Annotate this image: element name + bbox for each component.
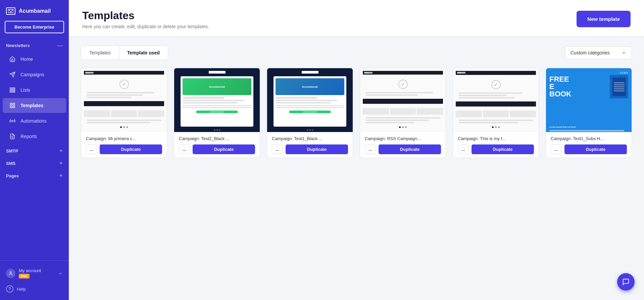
- become-enterprise-button[interactable]: Become Enterprise: [5, 21, 64, 33]
- more-options-button-5[interactable]: ...: [458, 144, 469, 154]
- more-options-button-2[interactable]: ...: [179, 144, 190, 154]
- home-nav-label: Home: [20, 56, 33, 62]
- campaigns-icon: [9, 71, 16, 78]
- custom-categories-dropdown[interactable]: Custom categories: [565, 46, 632, 59]
- template-info-1: Campaign: Mi primera c... ... Duplicate: [81, 132, 167, 158]
- sms-section[interactable]: SMS +: [0, 157, 69, 169]
- more-options-button-4[interactable]: ...: [365, 144, 376, 154]
- duplicate-button-1[interactable]: Duplicate: [100, 144, 162, 154]
- template-name-4: Campaign: RSS Campaign...: [365, 136, 441, 141]
- sidebar-nav-item-home[interactable]: Home: [3, 52, 66, 67]
- chat-bubble[interactable]: [617, 273, 635, 291]
- template-actions-3: ... Duplicate: [272, 144, 348, 154]
- template-info-3: Campaign: Test1_Black ... ... Duplicate: [267, 132, 353, 158]
- sidebar-logo[interactable]: Acumbamail: [0, 0, 69, 21]
- tab-templates[interactable]: Templates: [81, 46, 119, 59]
- smtp-label: SMTP: [6, 148, 18, 154]
- svg-rect-6: [10, 103, 12, 105]
- template-card-5: YOUR STORE ✓: [453, 68, 539, 158]
- my-account-item[interactable]: My account PRO: [0, 265, 69, 282]
- more-options-button-6[interactable]: ...: [551, 144, 562, 154]
- chat-icon: [622, 278, 630, 286]
- svg-point-13: [10, 271, 12, 273]
- pages-expand-icon[interactable]: +: [59, 172, 63, 179]
- main-content: Templates Here you can create, edit, dup…: [69, 0, 644, 300]
- template-preview-5: YOUR STORE ✓: [453, 68, 539, 132]
- tab-template-used[interactable]: Template used: [119, 46, 168, 59]
- page-title-area: Templates Here you can create, edit, dup…: [82, 9, 209, 29]
- page-header: Templates Here you can create, edit, dup…: [69, 0, 644, 36]
- tabs-bar: Templates Template used Custom categorie…: [81, 46, 632, 60]
- sidebar-nav-item-reports[interactable]: Reports: [3, 129, 66, 144]
- templates-grid: YOUR STORE ✓: [81, 68, 632, 158]
- pages-label: Pages: [6, 173, 19, 178]
- sidebar-nav-item-templates[interactable]: Templates: [3, 98, 66, 113]
- template-info-6: Campaign: Test1_Subs H... ... Duplicate: [546, 132, 632, 158]
- more-options-button-1[interactable]: ...: [86, 144, 97, 154]
- account-name: My account: [19, 268, 55, 273]
- collapse-icon[interactable]: —: [57, 43, 63, 49]
- template-actions-5: ... Duplicate: [458, 144, 534, 154]
- template-preview-3: Acumbamail ¿Cómo funciona?: [267, 68, 353, 132]
- template-preview-4: YOUR STORE ✓: [360, 68, 446, 132]
- duplicate-button-5[interactable]: Duplicate: [472, 144, 534, 154]
- help-icon: ?: [6, 285, 13, 293]
- template-preview-2: Acumbamail ¿Cómo funciona?: [174, 68, 260, 132]
- more-options-button-3[interactable]: ...: [272, 144, 283, 154]
- svg-point-10: [12, 120, 13, 122]
- sidebar: Acumbamail Become Enterprise Newsletters…: [0, 0, 69, 300]
- template-name-3: Campaign: Test1_Black ...: [272, 136, 348, 141]
- template-card-2: Acumbamail ¿Cómo funciona?: [174, 68, 260, 158]
- template-card-6: GZMO FREE E BOOK: [546, 68, 632, 158]
- smtp-expand-icon[interactable]: +: [59, 147, 63, 155]
- duplicate-button-4[interactable]: Duplicate: [379, 144, 441, 154]
- sms-expand-icon[interactable]: +: [59, 160, 63, 167]
- help-item[interactable]: ? Help: [0, 282, 69, 296]
- content-area: Templates Template used Custom categorie…: [69, 36, 644, 300]
- template-card-4: YOUR STORE ✓: [360, 68, 446, 158]
- chevron-down-icon: [622, 50, 626, 55]
- lists-icon: [9, 86, 16, 94]
- template-actions-2: ... Duplicate: [179, 144, 255, 154]
- sms-label: SMS: [6, 161, 15, 166]
- account-expand-icon: [58, 271, 63, 276]
- pro-badge: PRO: [19, 274, 30, 278]
- duplicate-button-3[interactable]: Duplicate: [286, 144, 348, 154]
- template-info-4: Campaign: RSS Campaign... ... Duplicate: [360, 132, 446, 158]
- template-info-2: Campaign: Test2_Black ... ... Duplicate: [174, 132, 260, 158]
- tabs-list: Templates Template used: [81, 46, 168, 60]
- template-name-5: Campaign: This is my f...: [458, 136, 534, 141]
- account-info: My account PRO: [19, 268, 55, 278]
- help-label: Help: [17, 287, 26, 292]
- reports-nav-label: Reports: [20, 134, 37, 139]
- template-name-1: Campaign: Mi primera c...: [86, 136, 162, 141]
- template-actions-6: ... Duplicate: [551, 144, 627, 154]
- templates-nav-label: Templates: [20, 103, 43, 108]
- template-name-6: Campaign: Test1_Subs H...: [551, 136, 627, 141]
- lists-nav-label: Lists: [20, 87, 30, 93]
- pages-section[interactable]: Pages +: [0, 169, 69, 181]
- account-avatar: [6, 269, 15, 278]
- svg-rect-5: [10, 91, 15, 92]
- sidebar-nav-item-campaigns[interactable]: Campaigns: [3, 67, 66, 82]
- sidebar-nav-item-lists[interactable]: Lists: [3, 83, 66, 97]
- template-name-2: Campaign: Test2_Black ...: [179, 136, 255, 141]
- automations-nav-label: Automations: [20, 118, 47, 124]
- custom-categories-label: Custom categories: [571, 50, 610, 55]
- automations-icon: [9, 117, 16, 125]
- sidebar-nav-item-automations[interactable]: Automations: [3, 114, 66, 128]
- svg-rect-3: [10, 88, 15, 89]
- smtp-section[interactable]: SMTP +: [0, 144, 69, 157]
- new-template-button[interactable]: New template: [577, 11, 631, 27]
- template-preview-1: YOUR STORE ✓: [81, 68, 167, 132]
- reports-icon: [9, 133, 16, 140]
- duplicate-button-6[interactable]: Duplicate: [564, 144, 627, 154]
- svg-rect-7: [13, 103, 15, 105]
- home-icon: [9, 55, 16, 63]
- page-subtitle: Here you can create, edit, duplicate or …: [82, 24, 209, 29]
- templates-icon: [9, 102, 16, 109]
- duplicate-button-2[interactable]: Duplicate: [193, 144, 255, 154]
- template-actions-1: ... Duplicate: [86, 144, 162, 154]
- template-card: YOUR STORE ✓: [81, 68, 167, 158]
- page-title: Templates: [82, 9, 209, 22]
